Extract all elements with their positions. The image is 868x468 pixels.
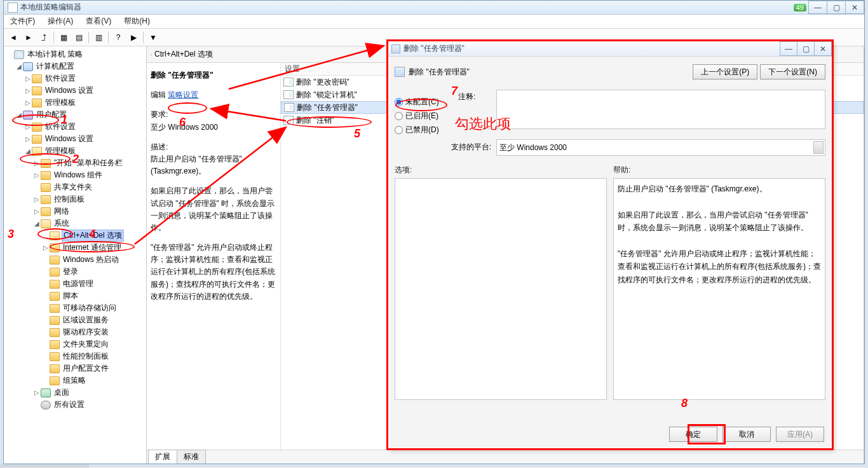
policy-icon — [283, 78, 294, 86]
annotation-oval-listitem — [287, 116, 372, 128]
annotation-num-8: 8 — [681, 397, 688, 410]
setting-title: 删除 "任务管理器" — [151, 69, 276, 81]
minimize-button[interactable]: — — [808, 1, 827, 14]
tree-root[interactable]: 本地计算机 策略 — [6, 49, 145, 60]
annotation-oval-radio — [395, 99, 447, 111]
annotation-text-check: 勾选此项 — [455, 114, 511, 134]
tree-item[interactable]: 文件夹重定向 — [6, 339, 145, 350]
menu-file[interactable]: 文件(F) — [4, 14, 41, 29]
annotation-oval-templates — [20, 153, 71, 165]
tree-item[interactable]: 性能控制面板 — [6, 351, 145, 362]
list-icons-button[interactable]: ▦ — [57, 31, 71, 45]
toolbar-separator — [53, 32, 54, 43]
up-button[interactable]: ⮥ — [37, 31, 51, 45]
tree-computer-config[interactable]: ◢计算机配置 — [6, 61, 145, 72]
tree-item[interactable]: ▷桌面 — [6, 387, 145, 398]
tree-item[interactable]: ▷网络 — [6, 206, 145, 217]
tree-item[interactable]: 区域设置服务 — [6, 315, 145, 326]
tree-item[interactable]: 驱动程序安装 — [6, 327, 145, 338]
filter-button[interactable]: ▼ — [146, 31, 160, 45]
requirement-value: 至少 Windows 2000 — [151, 121, 276, 134]
menu-help[interactable]: 帮助(H) — [118, 14, 156, 29]
description-text: "任务管理器" 允许用户启动或终止程序；监视计算机性能；查看和监视正运行在计算机… — [151, 242, 276, 303]
toolbar-separator — [143, 32, 144, 43]
tree-item[interactable]: 共享文件夹 — [6, 182, 145, 193]
maximize-button[interactable]: ▢ — [827, 1, 846, 14]
annotation-oval-user — [12, 114, 59, 126]
toolbar-separator — [108, 32, 109, 43]
annotation-num-6: 6 — [179, 116, 186, 129]
annotation-box-dialog — [386, 39, 834, 450]
window-title: 本地组策略编辑器 — [20, 2, 794, 13]
export-button[interactable]: ▥ — [92, 31, 105, 45]
tree-item[interactable]: 登录 — [6, 266, 145, 277]
menu-action[interactable]: 操作(A) — [41, 14, 79, 29]
folder-icon — [151, 54, 152, 55]
details-header-title: Ctrl+Alt+Del 选项 — [154, 49, 213, 60]
tree-system[interactable]: ◢系统 — [6, 218, 145, 229]
tree-item[interactable]: 用户配置文件 — [6, 363, 145, 374]
tree-item[interactable]: ▷Windows 设置 — [6, 134, 145, 144]
help-button[interactable]: ? — [111, 31, 125, 45]
annotation-num-2: 2 — [72, 153, 79, 166]
tree-item[interactable]: ▷控制面板 — [6, 194, 145, 205]
tree-item[interactable]: 所有设置 — [6, 399, 145, 410]
back-button[interactable]: ◄ — [6, 31, 20, 45]
tree-item[interactable]: ▷管理模板 — [6, 97, 145, 108]
tree-item[interactable]: ▷软件设置 — [6, 73, 145, 84]
description-text: 如果启用了此设置，那么，当用户尝试启动 "任务管理器" 时，系统会显示一则消息，… — [151, 185, 276, 234]
annotation-num-1: 1 — [61, 113, 67, 127]
menu-view[interactable]: 查看(V) — [79, 14, 118, 29]
annotation-num-7: 7 — [451, 85, 458, 98]
tree-cad-options[interactable]: Ctrl+Alt+Del 选项 — [6, 230, 145, 241]
tree-item[interactable]: 电源管理 — [6, 279, 145, 289]
annotation-box-ok — [688, 424, 726, 444]
taskbar-hint — [0, 464, 89, 468]
tree-item[interactable]: ▷Windows 组件 — [6, 170, 145, 181]
edit-policy-line: 编辑 策略设置 — [151, 89, 276, 101]
show-hide-button[interactable]: ▤ — [72, 31, 86, 45]
tree-item[interactable]: Windows 热启动 — [6, 254, 145, 265]
app-icon — [8, 3, 18, 13]
annotation-num-5: 5 — [354, 127, 360, 141]
annotation-oval-policylink — [168, 102, 207, 114]
description-label: 描述: — [151, 141, 276, 153]
annotation-num-3: 3 — [8, 228, 14, 241]
forward-button[interactable]: ► — [22, 31, 36, 45]
annotation-oval-system — [37, 228, 73, 240]
description-text: 防止用户启动 "任务管理器" (Taskmgr.exe)。 — [151, 153, 276, 177]
edit-policy-link[interactable]: 策略设置 — [168, 90, 198, 99]
tree-item[interactable]: 脚本 — [6, 291, 145, 301]
annotation-num-4: 4 — [89, 228, 95, 241]
setting-description-panel: 删除 "任务管理器" 编辑 策略设置 要求: 至少 Windows 2000 描… — [147, 63, 280, 450]
tree-item[interactable]: 可移动存储访问 — [6, 303, 145, 313]
tree-item[interactable]: ▷Windows 设置 — [6, 85, 145, 96]
tree-pane[interactable]: 本地计算机 策略 ◢计算机配置 ▷软件设置 ▷Windows 设置 ▷管理模板 … — [4, 46, 147, 464]
toolbar-separator — [88, 32, 89, 43]
menubar: 文件(F) 操作(A) 查看(V) 帮助(H) — [4, 15, 864, 29]
tree-item[interactable]: 组策略 — [6, 375, 145, 386]
tab-standard[interactable]: 标准 — [177, 450, 206, 464]
notification-badge: 49 — [794, 4, 806, 11]
properties-button[interactable]: ▶ — [126, 31, 140, 45]
policy-icon — [284, 103, 294, 112]
close-button[interactable]: ✕ — [845, 1, 864, 14]
titlebar: 本地组策略编辑器 49 — ▢ ✕ — [4, 1, 864, 15]
tab-extended[interactable]: 扩展 — [148, 450, 177, 464]
view-tabs: 扩展 标准 — [147, 450, 864, 464]
policy-icon — [283, 90, 294, 99]
window-buttons: — ▢ ✕ — [809, 1, 864, 14]
annotation-oval-cad — [50, 241, 135, 252]
